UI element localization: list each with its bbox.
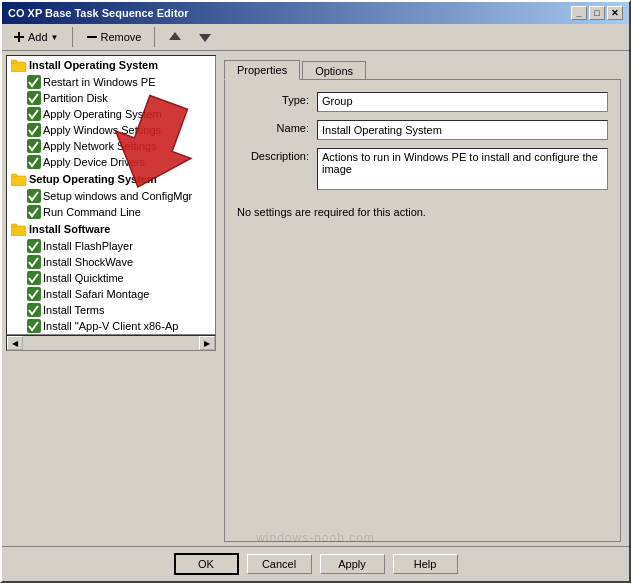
close-button[interactable]: ✕ — [607, 6, 623, 20]
tree-item-apply-os[interactable]: Apply Operating System — [7, 106, 215, 122]
svg-rect-14 — [11, 174, 17, 177]
svg-rect-5 — [11, 62, 26, 72]
hscroll-right-btn[interactable]: ▶ — [199, 336, 215, 350]
tab-options[interactable]: Options — [302, 61, 366, 80]
check-icon-setup-win-configmgr — [27, 189, 41, 203]
item-apply-device-drivers-label: Apply Device Drivers — [43, 156, 145, 168]
item-apply-net-settings-label: Apply Network Settings — [43, 140, 157, 152]
toolbar-separator-1 — [72, 27, 73, 47]
item-terms-label: Install Terms — [43, 304, 105, 316]
toolbar-separator-2 — [154, 27, 155, 47]
item-apply-win-settings-label: Apply Windows Settings — [43, 124, 161, 136]
item-restart-pe-label: Restart in Windows PE — [43, 76, 155, 88]
type-row: Type: Group — [237, 92, 608, 112]
description-label: Description: — [237, 148, 317, 162]
hscroll-track — [23, 339, 199, 347]
tree-item-flash[interactable]: Install FlashPlayer — [7, 238, 215, 254]
tree-item-run-cmd[interactable]: Run Command Line — [7, 204, 215, 220]
check-icon-apply-device-drivers — [27, 155, 41, 169]
hscroll-left-btn[interactable]: ◀ — [7, 336, 23, 350]
tree-item-apply-win-settings[interactable]: Apply Windows Settings — [7, 122, 215, 138]
item-quicktime-label: Install Quicktime — [43, 272, 124, 284]
item-partition-disk-label: Partition Disk — [43, 92, 108, 104]
add-icon — [13, 31, 25, 43]
tree-item-terms[interactable]: Install Terms — [7, 302, 215, 318]
svg-rect-13 — [11, 176, 26, 186]
svg-marker-3 — [169, 32, 181, 40]
svg-rect-18 — [11, 224, 17, 227]
right-panel: Properties Options Type: Group — [220, 55, 625, 542]
no-settings-text: No settings are required for this action… — [237, 206, 608, 218]
tree-item-appv[interactable]: Install "App-V Client x86-Ap — [7, 318, 215, 334]
left-panel-wrapper: Install Operating System Restart in Wind… — [6, 55, 216, 542]
add-button[interactable]: Add ▼ — [6, 28, 66, 46]
remove-button[interactable]: Remove — [79, 28, 149, 46]
name-row: Name: — [237, 120, 608, 140]
tree-item-setup-win-configmgr[interactable]: Setup windows and ConfigMgr — [7, 188, 215, 204]
check-icon-appv — [27, 319, 41, 333]
tab-options-label: Options — [315, 65, 353, 77]
check-icon-terms — [27, 303, 41, 317]
add-label: Add — [28, 31, 48, 43]
item-shockwave-label: Install ShockWave — [43, 256, 133, 268]
tree-item-restart-pe[interactable]: Restart in Windows PE — [7, 74, 215, 90]
svg-rect-1 — [14, 36, 24, 38]
split-area: Install Operating System Restart in Wind… — [2, 51, 629, 546]
move-up-icon — [168, 30, 182, 44]
ok-button[interactable]: OK — [174, 553, 239, 575]
maximize-button[interactable]: □ — [589, 6, 605, 20]
check-icon-safari — [27, 287, 41, 301]
group-setup-os[interactable]: Setup Operating System — [7, 170, 215, 188]
description-row: Description: — [237, 148, 608, 190]
svg-rect-17 — [11, 226, 26, 236]
type-label: Type: — [237, 92, 317, 106]
check-icon-shockwave — [27, 255, 41, 269]
tree-hscroll[interactable]: ◀ ▶ — [6, 335, 216, 351]
minimize-button[interactable]: _ — [571, 6, 587, 20]
type-value: Group — [317, 92, 608, 112]
remove-label: Remove — [101, 31, 142, 43]
move-up-button[interactable] — [161, 27, 189, 47]
check-icon-quicktime — [27, 271, 41, 285]
item-apply-os-label: Apply Operating System — [43, 108, 162, 120]
move-down-button[interactable] — [191, 27, 219, 47]
check-icon-flash — [27, 239, 41, 253]
group-setup-os-label: Setup Operating System — [29, 173, 157, 185]
tree-item-apply-net-settings[interactable]: Apply Network Settings — [7, 138, 215, 154]
group-install-software[interactable]: Install Software — [7, 220, 215, 238]
tree-item-partition-disk[interactable]: Partition Disk — [7, 90, 215, 106]
tab-properties-label: Properties — [237, 64, 287, 76]
cancel-button[interactable]: Cancel — [247, 554, 312, 574]
tree-panel: Install Operating System Restart in Wind… — [6, 55, 216, 335]
tree-item-shockwave[interactable]: Install ShockWave — [7, 254, 215, 270]
remove-icon — [86, 31, 98, 43]
group-install-software-label: Install Software — [29, 223, 110, 235]
move-down-icon — [198, 30, 212, 44]
check-icon-run-cmd — [27, 205, 41, 219]
check-icon-apply-os — [27, 107, 41, 121]
tree-item-safari[interactable]: Install Safari Montage — [7, 286, 215, 302]
name-input[interactable] — [317, 120, 608, 140]
window-title: CO XP Base Task Sequence Editor — [8, 7, 189, 19]
folder-icon-setup-os — [11, 172, 27, 186]
title-bar-buttons: _ □ ✕ — [571, 6, 623, 20]
check-icon-apply-win-settings — [27, 123, 41, 137]
main-window: CO XP Base Task Sequence Editor _ □ ✕ Ad… — [0, 0, 631, 583]
add-dropdown-icon: ▼ — [51, 33, 59, 42]
group-install-os[interactable]: Install Operating System — [7, 56, 215, 74]
description-input[interactable] — [317, 148, 608, 190]
tab-properties[interactable]: Properties — [224, 60, 300, 80]
item-safari-label: Install Safari Montage — [43, 288, 149, 300]
folder-icon-install-software — [11, 222, 27, 236]
group-install-os-label: Install Operating System — [29, 59, 158, 71]
tree-item-quicktime[interactable]: Install Quicktime — [7, 270, 215, 286]
item-appv-label: Install "App-V Client x86-Ap — [43, 320, 178, 332]
svg-marker-4 — [199, 34, 211, 42]
tree-item-apply-device-drivers[interactable]: Apply Device Drivers — [7, 154, 215, 170]
apply-button[interactable]: Apply — [320, 554, 385, 574]
help-button[interactable]: Help — [393, 554, 458, 574]
item-setup-win-configmgr-label: Setup windows and ConfigMgr — [43, 190, 192, 202]
item-flash-label: Install FlashPlayer — [43, 240, 133, 252]
item-run-cmd-label: Run Command Line — [43, 206, 141, 218]
check-icon-apply-net-settings — [27, 139, 41, 153]
